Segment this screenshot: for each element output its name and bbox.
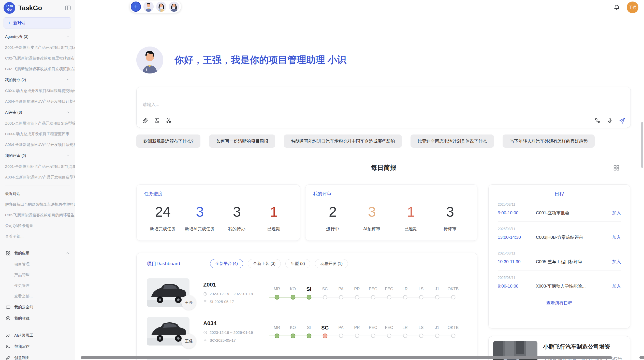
milestone-dot[interactable] (435, 334, 439, 338)
milestone-dot-track (365, 333, 381, 339)
sidebar-tool-write-help[interactable]: 帮我写作 (5, 341, 75, 352)
milestone-dot[interactable] (387, 295, 391, 299)
milestone-dot[interactable] (403, 295, 407, 299)
chevron-up-icon[interactable] (66, 110, 70, 114)
milestone-dot[interactable] (306, 334, 311, 338)
user-avatar[interactable]: 王强 (627, 2, 638, 13)
join-link[interactable]: 加入 (612, 283, 621, 289)
sidebar-task-item[interactable]: C0X4-动力总成开发项目工程变更评审 (5, 129, 75, 139)
project-image: 王强 (147, 278, 189, 307)
milestone-dot[interactable] (323, 295, 327, 299)
project-row[interactable]: 王强Z0012023-12-19 ~ 2027-01-19SI-2025-05-… (147, 278, 467, 307)
horizontal-scrollbar-stub[interactable] (639, 356, 644, 359)
sidebar-task-item[interactable]: C0X4-动力总成开发项目SI里程碑提交物检查 (5, 85, 75, 96)
add-member-button[interactable]: + (131, 2, 141, 12)
member-avatar[interactable] (156, 2, 166, 12)
milestone-dot[interactable] (323, 334, 327, 338)
join-link[interactable]: 加入 (612, 234, 621, 240)
milestone-label: PA (333, 285, 349, 294)
suggestion-chip[interactable]: 当下年轻人对汽车外观有怎样的喜好趋势 (503, 134, 595, 148)
recent-chat-item[interactable]: C02-飞腾新能源轻客改款项目的闭环通告反馈情况 (5, 210, 75, 220)
suggestion-chip[interactable]: 特朗普可能对进口汽车增税会对中国车企造成哪些影响 (284, 134, 402, 148)
sidebar-task-item[interactable]: A034-全新新能源MUV产品开发项目造型可行性评审 (5, 172, 75, 183)
milestone-dot[interactable] (403, 334, 407, 338)
join-link[interactable]: 加入 (612, 259, 621, 265)
horizontal-scrollbar[interactable] (81, 356, 612, 359)
sidebar-task-item[interactable]: Z001-全新燃油轻卡产品开发项目SI造型提交物评审 (5, 118, 75, 129)
milestone-dot[interactable] (339, 295, 343, 299)
suggestion-chip[interactable]: 比亚迪全固态电池计划具体说了什么 (411, 134, 494, 148)
milestone: MR (269, 285, 285, 300)
milestone-dot[interactable] (387, 334, 391, 338)
attachment-icon[interactable] (142, 117, 148, 124)
suggestion-chip[interactable]: 如何写一份清晰的项目周报 (209, 134, 275, 148)
sidebar-task-item[interactable]: Z001-全新燃油皮卡产品开发项目SI节点Lesson Learn报告 (5, 42, 75, 53)
sidebar-tool-ai-staff[interactable]: AI超级员工 (5, 330, 75, 341)
milestone-dot[interactable] (451, 295, 455, 299)
milestone-dot[interactable] (435, 295, 439, 299)
cloud-space-icon (6, 305, 11, 310)
milestone-dot[interactable] (419, 334, 423, 338)
recent-chat-item[interactable]: 公司Q3轻卡销量 (5, 220, 75, 231)
milestone-dot[interactable] (355, 334, 359, 338)
milestone-dot[interactable] (371, 334, 375, 338)
dashboard-tab[interactable]: 全新平台 (4) (210, 259, 243, 268)
recent-chat-item[interactable]: 解释最新出台的欧盟报废车法规再生塑料比例被调至15%... (5, 199, 75, 210)
send-icon[interactable] (619, 117, 625, 124)
view-all-schedule-link[interactable]: 查看所有日程 (498, 300, 621, 306)
project-row[interactable]: 王强A0342023-12-19 ~ 2026-01-19SC-2025-05-… (147, 317, 467, 346)
milestone-dot[interactable] (355, 295, 359, 299)
microphone-icon[interactable] (607, 117, 613, 124)
member-avatar[interactable] (169, 2, 179, 12)
milestone: LR (397, 324, 413, 339)
dashboard-tab[interactable]: 年型 (2) (285, 259, 310, 268)
join-link[interactable]: 加入 (612, 210, 621, 216)
sidebar-tool-creative-draw[interactable]: 创意制图 (5, 352, 75, 360)
milestone-dot[interactable] (451, 334, 455, 338)
milestone-dot[interactable] (290, 334, 295, 338)
milestone-dot[interactable] (306, 295, 311, 300)
image-icon[interactable] (154, 117, 160, 124)
chevron-up-icon[interactable] (66, 251, 70, 255)
sidebar-task-item[interactable]: A034-全新新能源MUV产品开发项目计划变更类编写 (5, 96, 75, 107)
sidebar-task-item[interactable]: A034-全新新能源MUV产品开发项目法规符合性评审 (5, 139, 75, 150)
member-avatar[interactable] (143, 2, 154, 12)
milestone-dot[interactable] (274, 334, 279, 338)
app-sub-item[interactable]: 产品管理 (5, 269, 75, 280)
dashboard-tab[interactable]: 动总开发 (1) (315, 259, 348, 268)
chat-input[interactable] (137, 87, 631, 112)
sidebar-section-header: AI评审 (3) (5, 107, 75, 118)
milestone: SC (317, 324, 333, 339)
sidebar-task-item[interactable]: C02-飞腾新能源轻客改款项目里程碑画布 (5, 53, 75, 64)
app-sub-item[interactable]: 查看全部... (5, 291, 75, 302)
chevron-up-icon[interactable] (66, 154, 70, 158)
sidebar-link-favorites[interactable]: 我的收藏 (5, 313, 75, 324)
new-chat-button[interactable]: + 新对话 (4, 17, 71, 28)
milestone-dot[interactable] (339, 334, 343, 338)
sidebar-task-item[interactable]: C02-飞腾新能源轻客改款项目立项汇报方案 (5, 64, 75, 74)
recent-chat-item[interactable]: 查看全部... (5, 231, 75, 242)
collapse-sidebar-icon[interactable] (65, 5, 71, 11)
chevron-up-icon[interactable] (66, 78, 70, 82)
suggestion-chip[interactable]: 欧洲新规最近颁布了什么? (136, 134, 200, 148)
app-title: TaskGo (18, 4, 65, 12)
sidebar-link-cloud-space[interactable]: 我的云空间 (5, 302, 75, 313)
dashboard-tab[interactable]: 全新上装 (3) (248, 259, 281, 268)
milestone-dot[interactable] (371, 295, 375, 299)
app-sub-item[interactable]: 变更管理 (5, 280, 75, 291)
phone-icon[interactable] (594, 117, 601, 124)
app-sub-item[interactable]: 项目管理 (5, 259, 75, 269)
vertical-scrollbar[interactable] (641, 122, 643, 168)
milestone-dot[interactable] (274, 295, 279, 300)
milestone-dot[interactable] (419, 295, 423, 299)
layout-grid-icon[interactable] (613, 164, 620, 171)
sidebar-task-item[interactable]: Z001-全新燃油轻卡产品开发项目SI节点属性5D文件评审 (5, 161, 75, 172)
sidebar-item-my-apps[interactable]: 我的应用 (5, 248, 75, 259)
scissors-icon[interactable] (166, 117, 172, 124)
stat-value: 3 (430, 203, 470, 220)
milestone-dot-track (397, 294, 413, 300)
notification-bell-icon[interactable] (613, 4, 620, 11)
chevron-up-icon[interactable] (66, 35, 70, 39)
milestone-dot[interactable] (290, 295, 295, 300)
stat-label: 我的待办 (218, 226, 255, 232)
